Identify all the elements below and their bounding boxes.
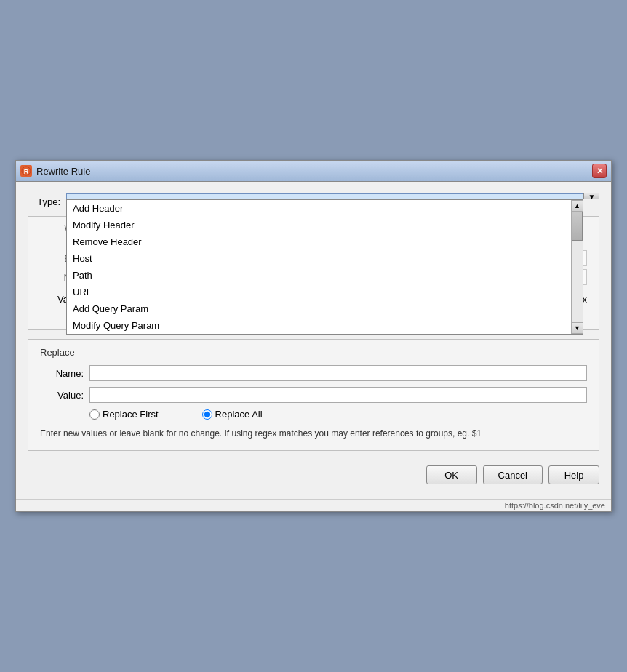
type-select-container: ▼ Add Header Modify Header Remove Header… bbox=[66, 193, 599, 199]
dropdown-item-path[interactable]: Path bbox=[67, 267, 571, 284]
dropdown-scrollbar: ▲ ▼ bbox=[571, 200, 583, 334]
replace-value-row: Value: bbox=[40, 387, 587, 403]
type-label: Type: bbox=[28, 193, 60, 207]
dropdown-item-add-header[interactable]: Add Header bbox=[67, 200, 571, 217]
replace-value-input[interactable] bbox=[89, 387, 587, 403]
replace-name-label: Name: bbox=[40, 368, 84, 379]
scroll-thumb[interactable] bbox=[572, 212, 583, 241]
replace-first-radio-item[interactable]: Replace First bbox=[89, 409, 159, 420]
dropdown-scroll-wrapper: Add Header Modify Header Remove Header H… bbox=[67, 200, 583, 334]
replace-first-radio[interactable] bbox=[89, 409, 100, 420]
scroll-track bbox=[572, 212, 583, 322]
dropdown-item-host[interactable]: Host bbox=[67, 250, 571, 267]
ok-button[interactable]: OK bbox=[426, 465, 477, 484]
dropdown-item-add-query-param[interactable]: Add Query Param bbox=[67, 300, 571, 317]
replace-all-label: Replace All bbox=[215, 409, 263, 420]
dropdown-item-modify-query-param[interactable]: Modify Query Param bbox=[67, 317, 571, 334]
dropdown-items: Add Header Modify Header Remove Header H… bbox=[67, 200, 571, 334]
dropdown-item-modify-header[interactable]: Modify Header bbox=[67, 217, 571, 233]
scroll-down-arrow[interactable]: ▼ bbox=[572, 322, 583, 334]
dropdown-item-remove-header[interactable]: Remove Header bbox=[67, 233, 571, 250]
button-row: OK Cancel Help bbox=[28, 460, 599, 487]
replace-first-label: Replace First bbox=[103, 409, 159, 420]
status-url: https://blog.csdn.net/lily_eve bbox=[505, 501, 605, 510]
title-bar-left: R Rewrite Rule bbox=[20, 165, 90, 177]
type-select-field[interactable] bbox=[66, 193, 599, 199]
title-bar: R Rewrite Rule ✕ bbox=[16, 161, 611, 182]
status-bar: https://blog.csdn.net/lily_eve bbox=[16, 499, 611, 511]
window-body: Type: ▼ Add Header Modify Header Remove … bbox=[16, 182, 611, 499]
dropdown-item-url[interactable]: URL bbox=[67, 284, 571, 300]
replace-section: Replace Name: Value: Replace First Repla… bbox=[28, 339, 599, 451]
cancel-button[interactable]: Cancel bbox=[483, 465, 543, 484]
replace-value-label: Value: bbox=[40, 390, 84, 401]
scroll-up-arrow[interactable]: ▲ bbox=[572, 200, 583, 212]
replace-all-radio-item[interactable]: Replace All bbox=[202, 409, 263, 420]
app-icon: R bbox=[20, 165, 32, 177]
dropdown-list: Add Header Modify Header Remove Header H… bbox=[66, 199, 583, 335]
close-button[interactable]: ✕ bbox=[592, 164, 607, 178]
help-button[interactable]: Help bbox=[548, 465, 599, 484]
replace-name-input[interactable] bbox=[89, 365, 587, 381]
radio-row: Replace First Replace All bbox=[89, 409, 587, 420]
rewrite-rule-dialog: R Rewrite Rule ✕ Type: ▼ Add Header Modi… bbox=[15, 160, 612, 512]
type-row: Type: ▼ Add Header Modify Header Remove … bbox=[28, 193, 599, 207]
dialog-title: Rewrite Rule bbox=[36, 166, 90, 177]
svg-text:R: R bbox=[24, 168, 29, 175]
replace-all-radio[interactable] bbox=[202, 409, 212, 420]
dropdown-arrow-icon[interactable]: ▼ bbox=[583, 193, 599, 199]
replace-name-row: Name: bbox=[40, 365, 587, 381]
replace-section-label: Replace bbox=[40, 347, 587, 358]
info-text: Enter new values or leave blank for no c… bbox=[40, 427, 587, 440]
